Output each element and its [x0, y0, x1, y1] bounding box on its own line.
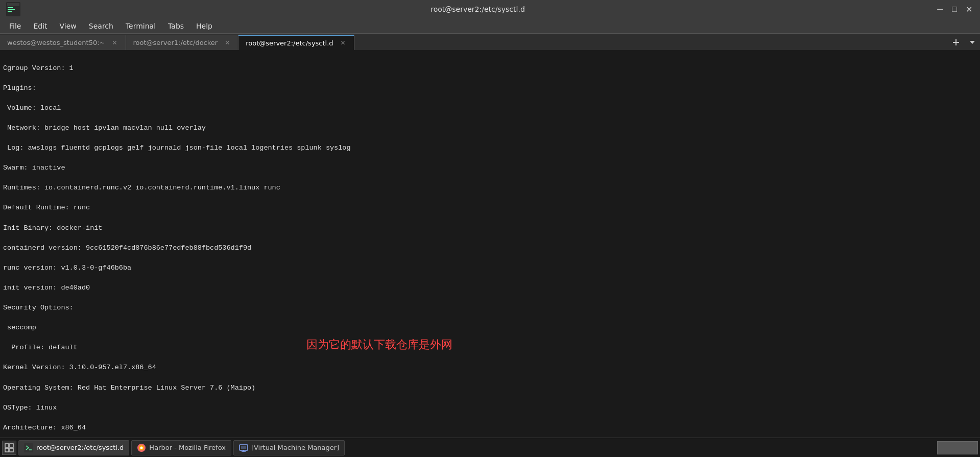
- titlebar: root@server2:/etc/sysctl.d ─ □ ✕: [0, 0, 980, 18]
- tab-close-westos[interactable]: ✕: [112, 39, 117, 46]
- vm-icon: [239, 443, 248, 452]
- terminal-line: runc version: v1.0.3-0-gf46b6ba: [3, 263, 977, 273]
- minimize-button[interactable]: ─: [935, 5, 945, 14]
- tab-label-server1: root@server1:/etc/docker: [133, 39, 218, 46]
- terminal-line: Kernel Version: 3.10.0-957.el7.x86_64: [3, 363, 977, 373]
- taskbar-label-terminal: root@server2:/etc/sysctl.d: [36, 444, 124, 451]
- menu-search[interactable]: Search: [84, 21, 118, 31]
- menu-file[interactable]: File: [4, 21, 26, 31]
- terminal-line: Security Options:: [3, 303, 977, 313]
- terminal-line: Operating System: Red Hat Enterprise Lin…: [3, 383, 977, 393]
- svg-rect-18: [241, 446, 246, 449]
- terminal-line: Default Runtime: runc: [3, 203, 977, 213]
- tab-dropdown-button[interactable]: [965, 35, 980, 50]
- terminal-line: Runtimes: io.containerd.runc.v2 io.conta…: [3, 183, 977, 193]
- terminal-icon: [24, 443, 33, 452]
- terminal-line: Init Binary: docker-init: [3, 223, 977, 233]
- terminal-content[interactable]: Cgroup Version: 1 Plugins: Volume: local…: [0, 51, 980, 438]
- terminal-line: Architecture: x86_64: [3, 423, 977, 433]
- tab-server2[interactable]: root@server2:/etc/sysctl.d ✕: [238, 35, 354, 50]
- taskbar-show-desktop[interactable]: [2, 441, 16, 455]
- terminal-line: Profile: default: [3, 343, 977, 353]
- tab-label-westos: westos@westos_student50:~: [7, 39, 105, 46]
- svg-point-16: [140, 446, 143, 449]
- svg-rect-6: [953, 42, 959, 43]
- terminal-line: init version: de40ad0: [3, 283, 977, 293]
- taskbar-item-terminal[interactable]: root@server2:/etc/sysctl.d: [18, 440, 129, 455]
- tab-label-server2: root@server2:/etc/sysctl.d: [246, 39, 333, 47]
- svg-rect-10: [5, 448, 9, 452]
- menubar: File Edit View Search Terminal Tabs Help: [0, 18, 980, 34]
- svg-marker-7: [970, 41, 975, 44]
- svg-rect-2: [8, 7, 13, 8]
- terminal-line: Log: awslogs fluentd gcplogs gelf journa…: [3, 143, 977, 153]
- tab-close-server1[interactable]: ✕: [225, 39, 230, 46]
- tab-server1[interactable]: root@server1:/etc/docker ✕: [126, 35, 239, 50]
- terminal-line: Cgroup Version: 1: [3, 63, 977, 74]
- terminal-line: Network: bridge host ipvlan macvlan null…: [3, 123, 977, 133]
- window-title: root@server2:/etc/sysctl.d: [20, 5, 935, 13]
- terminal-line: containerd version: 9cc61520f4cd876b86e7…: [3, 243, 977, 253]
- svg-rect-1: [7, 3, 19, 6]
- terminal-line: Swarm: inactive: [3, 163, 977, 173]
- terminal-line: Plugins:: [3, 83, 977, 93]
- taskbar-item-vm[interactable]: [Virtual Machine Manager]: [233, 440, 345, 455]
- svg-rect-8: [5, 444, 9, 447]
- tab-close-server2[interactable]: ✕: [341, 39, 346, 46]
- annotation-text: 因为它的默认下载仓库是外网: [306, 337, 452, 352]
- terminal-wrapper: Cgroup Version: 1 Plugins: Volume: local…: [0, 51, 980, 438]
- menu-terminal[interactable]: Terminal: [121, 21, 161, 31]
- maximize-button[interactable]: □: [949, 5, 960, 14]
- svg-rect-4: [8, 11, 12, 12]
- menu-help[interactable]: Help: [191, 21, 218, 31]
- terminal-app-icon: [6, 2, 20, 16]
- terminal-line: Volume: local: [3, 103, 977, 113]
- svg-rect-3: [8, 9, 15, 10]
- tab-westos[interactable]: westos@westos_student50:~ ✕: [0, 35, 126, 50]
- svg-rect-9: [10, 444, 13, 447]
- firefox-icon: [137, 443, 146, 452]
- taskbar-label-vm: [Virtual Machine Manager]: [251, 444, 339, 451]
- terminal-line: seccomp: [3, 323, 977, 333]
- svg-rect-11: [10, 448, 13, 452]
- tabsbar: westos@westos_student50:~ ✕ root@server1…: [0, 34, 980, 51]
- taskbar: root@server2:/etc/sysctl.d Harbor - Mozi…: [0, 438, 980, 457]
- taskbar-input-box: [937, 441, 978, 454]
- menu-tabs[interactable]: Tabs: [163, 21, 189, 31]
- menu-edit[interactable]: Edit: [28, 21, 52, 31]
- new-tab-button[interactable]: [947, 35, 965, 50]
- close-button[interactable]: ✕: [964, 5, 974, 14]
- taskbar-item-firefox[interactable]: Harbor - Mozilla Firefox: [131, 440, 231, 455]
- taskbar-label-firefox: Harbor - Mozilla Firefox: [149, 444, 226, 451]
- terminal-line: OSType: linux: [3, 403, 977, 413]
- menu-view[interactable]: View: [55, 21, 82, 31]
